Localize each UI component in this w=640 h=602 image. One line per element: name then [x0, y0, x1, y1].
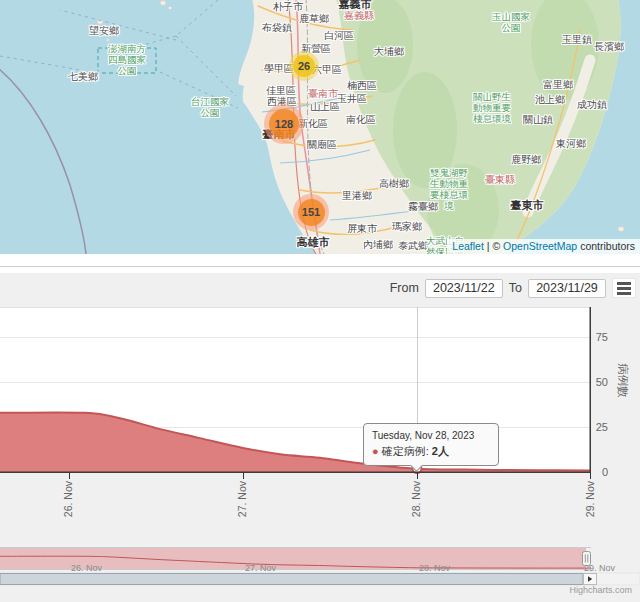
- navigator-tick-label: 27. Nov: [245, 563, 276, 573]
- cluster-count: 151: [302, 206, 320, 218]
- map-label: 霧臺鄉: [408, 201, 438, 213]
- map-label: 鹿野鄉: [511, 154, 541, 166]
- map-label: 東河鄉: [556, 138, 586, 150]
- scrollbar-thumb[interactable]: [0, 574, 583, 585]
- highcharts-credit[interactable]: Highcharts.com: [569, 585, 632, 595]
- leaflet-link[interactable]: Leaflet: [452, 240, 484, 252]
- attribution-separator: | ©: [484, 240, 503, 252]
- section-divider: [0, 266, 640, 267]
- map-label: 玉井區: [337, 93, 367, 105]
- attribution-suffix: contributors: [577, 240, 635, 252]
- to-label: To: [509, 281, 522, 295]
- series-bullet-icon: ●: [372, 445, 379, 457]
- map-label: 嘉義縣: [344, 10, 374, 22]
- map-label: 關廟區: [307, 139, 337, 151]
- map-label: 玉里鎮: [562, 34, 592, 46]
- x-axis-tick-label: 27. Nov: [236, 481, 248, 527]
- x-axis-tick-label: 28. Nov: [410, 481, 422, 527]
- map-label: 山上區: [310, 101, 340, 113]
- map-label: 朴子市: [273, 1, 303, 13]
- map-label: 台江國家 公園: [191, 97, 229, 119]
- map-label: 富里鄉: [543, 79, 573, 91]
- x-axis-ticks: [70, 472, 591, 479]
- map-label: 成功鎮: [577, 99, 607, 111]
- map-label: 高樹鄉: [379, 178, 409, 190]
- y-axis-tick-label: 25: [586, 421, 608, 433]
- chart-plot: [0, 273, 640, 602]
- map-label: 楠西區: [347, 80, 377, 92]
- x-axis-tick-label: 29. Nov: [584, 481, 596, 527]
- y-axis-tick-label: 0: [586, 466, 608, 478]
- map-label: 臺東縣: [485, 174, 515, 186]
- map-label: 關山鎮: [523, 114, 553, 126]
- map-label: 高雄市: [297, 236, 330, 249]
- marker-cluster[interactable]: 26: [289, 51, 319, 81]
- marker-cluster[interactable]: 151: [293, 194, 329, 230]
- map-label: 玉山國家 公園: [492, 12, 530, 34]
- navigator-tick-label: 26. Nov: [71, 563, 102, 573]
- range-selector: From To: [390, 278, 636, 298]
- x-axis-tick-label: 26. Nov: [62, 481, 74, 527]
- map-label: 屏東市: [347, 223, 377, 235]
- cluster-count: 128: [275, 118, 293, 130]
- map-label: 布袋鎮: [262, 22, 292, 34]
- tooltip-value: 2人: [432, 445, 449, 457]
- y-axis-tick-label: 75: [586, 331, 608, 343]
- scrollbar-right-button[interactable]: [584, 574, 597, 585]
- map-label: 長濱鄉: [594, 41, 624, 53]
- tooltip-date: Tuesday, Nov 28, 2023: [372, 430, 490, 441]
- chart-tooltip: Tuesday, Nov 28, 2023 ●確定病例: 2人: [363, 423, 499, 466]
- map-label: 泰武鄉: [398, 240, 428, 252]
- map-label: 望安鄉: [89, 25, 119, 37]
- map-label: 七美鄉: [68, 71, 98, 83]
- map-canvas[interactable]: 望安鄉七美鄉澎湖南方 四島國家 公園台江國家 公園朴子市嘉義市嘉義縣鹿草鄉布袋鎮…: [0, 0, 640, 254]
- map-label: 鹿草鄉: [299, 13, 329, 25]
- map-label: 南化區: [346, 114, 376, 126]
- map-label: 澎湖南方 四島國家 公園: [108, 44, 146, 77]
- map-label: 關山野生 動物重要 棲息環境: [473, 92, 511, 125]
- map-label: 臺南市: [308, 88, 338, 100]
- cluster-count: 26: [298, 60, 310, 72]
- y-axis-tick-label: 50: [586, 376, 608, 388]
- marker-cluster[interactable]: 128: [264, 104, 304, 144]
- y-axis-title: 病例數: [615, 363, 630, 398]
- openstreetmap-link[interactable]: OpenStreetMap: [503, 240, 577, 252]
- navigator-tick-label: 28. Nov: [419, 563, 450, 573]
- map-label: 大埔鄉: [374, 46, 404, 58]
- map-label: 內埔鄉: [363, 239, 393, 251]
- tooltip-series-name: 確定病例: [382, 445, 426, 457]
- map-label: 嘉義市: [339, 0, 372, 10]
- from-label: From: [390, 281, 419, 295]
- map-label: 里港鄉: [342, 190, 372, 202]
- date-from-input[interactable]: [425, 279, 503, 298]
- map-label: 池上鄉: [535, 94, 565, 106]
- navigator-tick-label: 29. Nov: [584, 563, 615, 573]
- tooltip-series-row: ●確定病例: 2人: [372, 444, 490, 459]
- map-label: 臺東市: [511, 199, 544, 212]
- epidemic-curve-chart: From To 75 50 25 0 病例數 26. Nov 27. Nov 2…: [0, 273, 640, 602]
- date-to-input[interactable]: [528, 279, 606, 298]
- map-attribution: Leaflet | © OpenStreetMap contributors: [447, 239, 640, 254]
- chart-menu-button[interactable]: [612, 278, 636, 298]
- map-label: 白河區: [324, 30, 354, 42]
- map-label: 佳里區: [266, 85, 296, 97]
- map-label: 瑪家鄉: [392, 221, 422, 233]
